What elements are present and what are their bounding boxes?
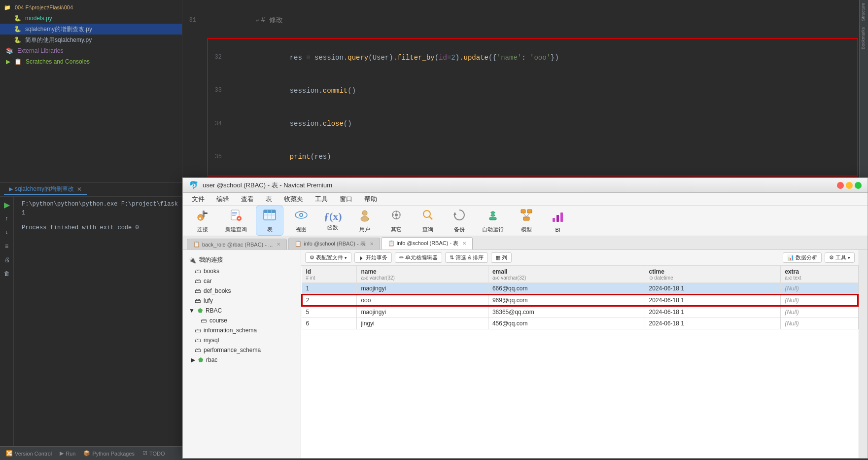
table-config-btn[interactable]: ⚙ 表配置文件 ▾	[305, 252, 351, 263]
toolbar-view[interactable]: 视图	[287, 206, 315, 235]
file-models[interactable]: 🐍 models.py	[0, 13, 182, 24]
toolbar-auto-run[interactable]: 自动运行	[477, 206, 509, 235]
toolbar-function[interactable]: ƒ(x) 函数	[319, 208, 347, 233]
file-sqlalchemy-simple[interactable]: 🐍 简单的使用sqlalchemy.py	[0, 35, 182, 45]
cell-editor-btn[interactable]: ✏ 单元格编辑器	[395, 252, 442, 263]
menu-file[interactable]: 文件	[187, 194, 209, 205]
run-settings[interactable]: ≡	[2, 241, 12, 251]
run-clear[interactable]: 🗑	[2, 269, 12, 279]
code-editor[interactable]: 31 ↩# 修改 32 res = session.query(User).fi…	[182, 0, 868, 182]
toolbar-other[interactable]: 其它	[382, 206, 410, 235]
toolbar-query[interactable]: 查询	[414, 206, 442, 235]
file-tree-header[interactable]: 📁 004 F:\project\Flask\004	[0, 2, 182, 13]
col-header-ctime[interactable]: ctime ⊙ datetime	[645, 266, 781, 283]
tab-close-0[interactable]: ✕	[277, 242, 280, 247]
sidebar-course[interactable]: 🗃 course	[183, 316, 301, 325]
status-python-packages[interactable]: 📦 Python Packages	[83, 450, 135, 457]
def-books-icon: 🗃	[195, 287, 201, 294]
menu-tools[interactable]: 工具	[310, 194, 333, 205]
tab-close-2[interactable]: ✕	[462, 241, 466, 246]
svg-point-20	[361, 216, 369, 221]
table-icon	[263, 208, 277, 225]
toolbar-bi[interactable]: BI	[544, 207, 572, 235]
sidebar-rbac-sub[interactable]: ▶ ⬟ rbac	[183, 355, 301, 365]
menu-table[interactable]: 表	[261, 194, 277, 205]
col-header-name[interactable]: name a₀c varchar(32)	[357, 266, 488, 283]
run-print[interactable]: 🖨	[2, 255, 12, 265]
svg-rect-36	[523, 217, 529, 220]
status-todo[interactable]: ☑ TODO	[142, 450, 165, 457]
query-label: 查询	[422, 226, 433, 233]
navicat-toolbar: 连接 新建查询 表 视图	[183, 206, 868, 236]
function-icon: ƒ(x)	[324, 210, 342, 223]
run-sidebar: ▶ ↑ ↓ ≡ 🖨 🗑	[0, 197, 14, 446]
cell-extra: (Null)	[781, 294, 858, 306]
sidebar-performance-schema[interactable]: 🗃 performance_schema	[183, 345, 301, 355]
sidebar-rbac[interactable]: ▼ ⬟ RBAC	[183, 306, 301, 316]
table-row[interactable]: 6 jingyi 456@qq.com 2024-06-18 1 (Null)	[302, 318, 858, 329]
sidebar-mysql[interactable]: 🗃 mysql	[183, 335, 301, 345]
ide-top: 📁 004 F:\project\Flask\004 🐍 models.py 🐍…	[0, 0, 868, 182]
table-row[interactable]: 1 maojingyi 666@qq.com 2024-06-18 1 (Nul…	[302, 283, 858, 295]
sidebar-lufy[interactable]: 🗃 lufy	[183, 296, 301, 306]
structure-label[interactable]: Structure	[860, 0, 868, 24]
bookmarks-label[interactable]: Bookmarks	[860, 24, 868, 52]
run-play-btn[interactable]: ▶	[2, 200, 12, 210]
file-external-libs[interactable]: 📚 External Libraries	[0, 45, 182, 56]
sidebar-books[interactable]: 🗃 books	[183, 266, 301, 276]
sidebar-car[interactable]: 🗃 car	[183, 276, 301, 286]
window-minimize-btn[interactable]	[846, 182, 853, 189]
svg-rect-41	[560, 212, 563, 222]
tab-close-1[interactable]: ✕	[370, 241, 374, 247]
sidebar-information-schema[interactable]: 🗃 information_schema	[183, 325, 301, 335]
run-tab-active[interactable]: ▶ sqlalchemy的增删查改 ✕	[4, 184, 87, 195]
menu-window[interactable]: 窗口	[335, 194, 357, 205]
window-maximize-btn[interactable]	[855, 182, 862, 189]
tab-info-school-2[interactable]: 📋 info @school (RBAC) - 表 ✕	[382, 237, 473, 249]
filter-sort-icon: ⇅	[450, 254, 454, 261]
svg-point-32	[494, 213, 496, 215]
svg-rect-33	[489, 217, 496, 220]
new-query-icon	[229, 208, 243, 225]
table-row[interactable]: 2 ooo 969@qq.com 2024-06-18 1 (Null)	[302, 294, 858, 306]
menu-view[interactable]: 查看	[236, 194, 259, 205]
menu-favorites[interactable]: 收藏夹	[279, 194, 308, 205]
sidebar-def-books[interactable]: 🗃 def_books	[183, 286, 301, 296]
run-scroll-down[interactable]: ↓	[2, 227, 12, 237]
file-sqlalchemy-update[interactable]: 🐍 sqlalchemy的增删查改.py	[0, 24, 182, 35]
window-close-btn[interactable]	[837, 182, 844, 189]
status-version-control[interactable]: 🔀 Version Control	[6, 450, 52, 457]
backup-label: 备份	[454, 226, 465, 233]
col-header-id[interactable]: id # int	[302, 266, 357, 283]
toolbar-user[interactable]: 用户	[351, 206, 379, 235]
mysql-icon: 🗃	[195, 337, 201, 344]
toolbar-backup[interactable]: 备份	[446, 206, 473, 235]
tools-icon: ⚙	[829, 254, 834, 261]
data-analysis-btn[interactable]: 📊 数据分析	[783, 252, 822, 263]
file-scratches[interactable]: ▶ 📋 Scratches and Consoles	[0, 56, 182, 67]
code-line-35: 35 print(res)	[208, 141, 857, 174]
col-header-email[interactable]: email a₀c varchar(32)	[488, 266, 645, 283]
backup-icon	[452, 208, 466, 225]
toolbar-model[interactable]: 模型	[513, 206, 540, 235]
auto-run-icon	[486, 208, 500, 225]
function-label: 函数	[327, 224, 338, 231]
toolbar-new-query[interactable]: 新建查询	[220, 206, 252, 235]
col-header-extra[interactable]: extra a₀c text	[781, 266, 858, 283]
menu-edit[interactable]: 编辑	[211, 194, 234, 205]
columns-btn[interactable]: ▦ 列	[491, 252, 512, 263]
tab-close-btn[interactable]: ✕	[77, 186, 82, 193]
table-row[interactable]: 5 maojingyi 36365@qq.com 2024-06-18 1 (N…	[302, 306, 858, 318]
menu-help[interactable]: 帮助	[359, 194, 382, 205]
performance-schema-icon: 🗃	[195, 347, 201, 354]
expand-arrow-rbac-icon: ▶	[191, 356, 195, 363]
begin-transaction-btn[interactable]: ⏵ 开始事务	[354, 252, 392, 263]
run-scroll-up[interactable]: ↑	[2, 213, 12, 223]
toolbar-connect[interactable]: 连接	[189, 207, 216, 235]
tools-btn[interactable]: ⚙ 工具 ▾	[825, 252, 855, 263]
tab-info-school-1[interactable]: 📋 info @school (RBAC) - 表 ✕	[288, 238, 380, 249]
tab-back-role[interactable]: 📋 back_role @rbac (RBAC) - ... ✕	[187, 239, 287, 249]
status-run[interactable]: ▶ Run	[60, 450, 75, 457]
toolbar-table[interactable]: 表	[256, 206, 283, 236]
filter-sort-btn[interactable]: ⇅ 筛选 & 排序	[445, 252, 488, 263]
